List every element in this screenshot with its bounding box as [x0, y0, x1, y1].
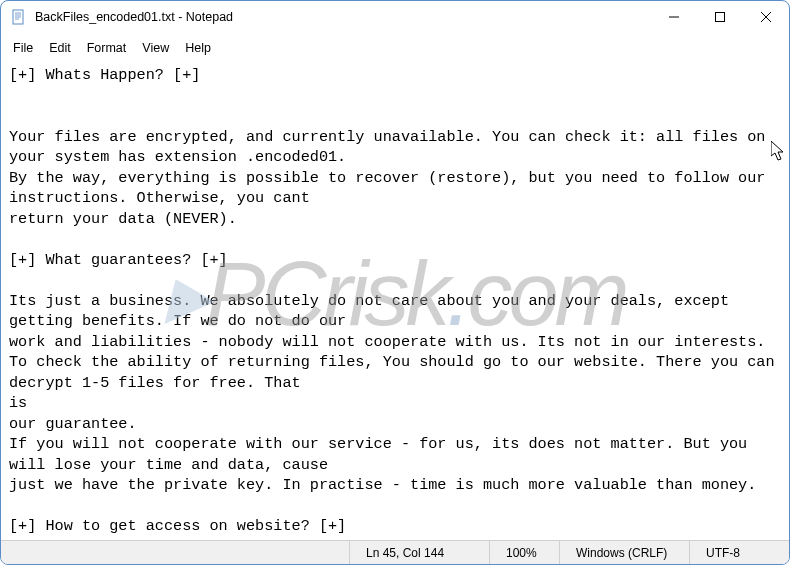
menu-bar: File Edit Format View Help — [1, 33, 789, 63]
minimize-button[interactable] — [651, 1, 697, 33]
title-bar: BackFiles_encoded01.txt - Notepad — [1, 1, 789, 33]
text-content[interactable]: [+] Whats Happen? [+] Your files are enc… — [1, 63, 789, 544]
close-button[interactable] — [743, 1, 789, 33]
maximize-button[interactable] — [697, 1, 743, 33]
menu-edit[interactable]: Edit — [41, 37, 79, 59]
window-title: BackFiles_encoded01.txt - Notepad — [35, 10, 651, 24]
status-bar: Ln 45, Col 144 100% Windows (CRLF) UTF-8 — [1, 540, 789, 564]
line-ending: Windows (CRLF) — [559, 541, 689, 564]
cursor-position: Ln 45, Col 144 — [349, 541, 489, 564]
zoom-level: 100% — [489, 541, 559, 564]
menu-format[interactable]: Format — [79, 37, 135, 59]
status-spacer — [1, 541, 349, 564]
menu-help[interactable]: Help — [177, 37, 219, 59]
encoding: UTF-8 — [689, 541, 789, 564]
menu-view[interactable]: View — [134, 37, 177, 59]
window-controls — [651, 1, 789, 33]
svg-rect-6 — [716, 13, 725, 22]
notepad-icon — [11, 9, 27, 25]
menu-file[interactable]: File — [5, 37, 41, 59]
